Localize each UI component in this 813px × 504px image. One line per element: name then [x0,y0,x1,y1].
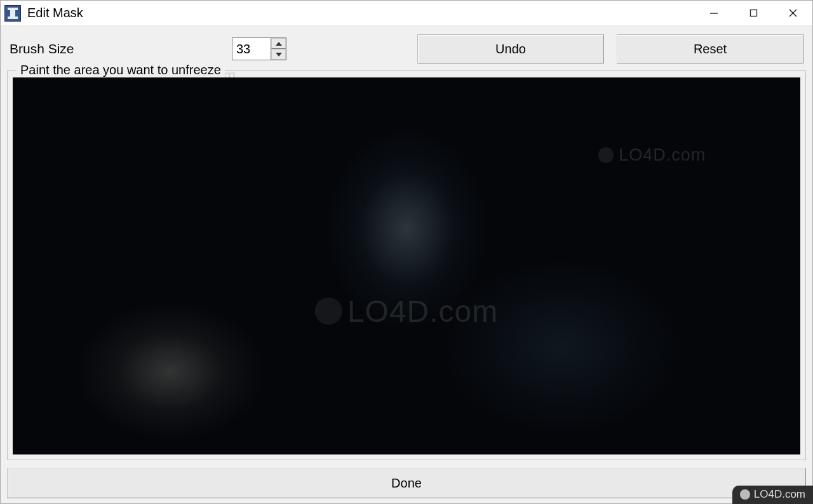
site-badge: LO4D.com [732,486,813,504]
svg-marker-5 [276,53,282,56]
close-icon [788,8,798,18]
maximize-icon [749,9,758,17]
minimize-icon [709,9,718,18]
site-badge-text: LO4D.com [754,488,805,501]
paint-group-legend: Paint the area you want to unfreeze [17,63,225,77]
brush-size-input[interactable] [232,38,271,60]
reset-button[interactable]: Reset [617,34,803,63]
maximize-button[interactable] [734,1,773,25]
mask-canvas[interactable]: LO4D.com LO4D.com [13,77,800,454]
scene-hand [75,302,265,441]
spinner-buttons [271,38,286,60]
chevron-down-icon [276,53,282,56]
app-icon [4,5,21,22]
chevron-up-icon [276,42,282,46]
svg-marker-4 [276,42,282,46]
minimize-button[interactable] [694,1,734,25]
footer-row: Done [7,460,806,498]
brush-size-spinner[interactable] [232,37,286,60]
close-button[interactable] [773,1,812,25]
globe-icon [740,489,749,499]
window-controls [694,1,812,25]
titlebar: Edit Mask [1,1,812,26]
undo-button[interactable]: Undo [417,34,604,63]
done-button[interactable]: Done [7,468,806,498]
paint-group: Paint the area you want to unfreeze LO4D… [7,70,806,460]
globe-icon [598,147,614,162]
brush-size-label: Brush Size [10,41,219,56]
edit-mask-window: Edit Mask LO4D.com Brush Size [0,0,813,504]
spinner-up-button[interactable] [271,38,286,49]
scene-face [324,127,489,330]
watermark-right: LO4D.com [598,145,706,165]
spinner-down-button[interactable] [271,49,286,60]
svg-rect-1 [750,10,756,17]
watermark-text: LO4D.com [619,145,706,165]
window-title: Edit Mask [27,6,694,20]
client-area: LO4D.com Brush Size Undo Reset Pa [1,26,812,503]
